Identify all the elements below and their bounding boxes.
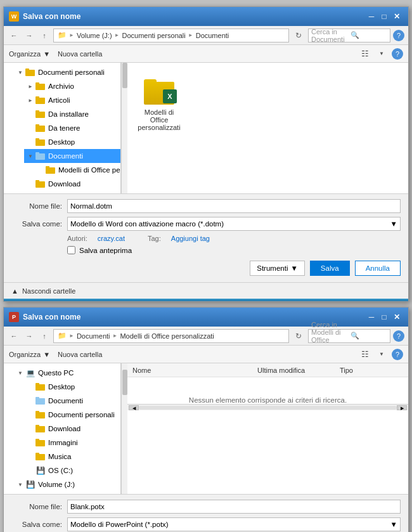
dialog1-new-folder-btn[interactable]: Nuova cartella bbox=[58, 45, 102, 62]
dialog1-refresh-btn[interactable]: ↻ bbox=[292, 29, 306, 42]
dialog2-up-btn[interactable]: ↑ bbox=[38, 330, 51, 342]
dialog2-address-bar[interactable]: 📁 ► Documenti ► Modelli di Office person… bbox=[53, 329, 289, 343]
dialog2-filename-input[interactable] bbox=[67, 500, 401, 514]
dialog2-search-box[interactable]: Cerca in Modelli di Office pers... 🔍 bbox=[308, 329, 390, 343]
dialog2-forward-btn[interactable]: → bbox=[23, 330, 35, 342]
dialog2-view-btn[interactable]: ☷ bbox=[359, 348, 371, 361]
dialog1-filename-label: Nome file: bbox=[11, 202, 62, 210]
dialog1-help-btn[interactable]: ? bbox=[393, 30, 404, 41]
dialog1-nav-bar: ← → ↑ 📁 ► Volume (J:) ► Documenti person… bbox=[4, 26, 408, 45]
sidebar-item-archivio[interactable]: ► Archivio bbox=[24, 79, 120, 93]
dialog2-sidebar-scrollbar[interactable] bbox=[121, 363, 127, 494]
col-date[interactable]: Ultima modifica bbox=[257, 367, 340, 374]
sidebar-label-questopc: Questo PC bbox=[38, 369, 74, 377]
dialog2-close-btn[interactable]: ✕ bbox=[390, 311, 403, 323]
dialog1-tags-value[interactable]: Aggiungi tag bbox=[171, 235, 210, 242]
dialog1-view-btn[interactable]: ☷ bbox=[359, 48, 371, 60]
sidebar-item-osc[interactable]: ► 💾 OS (C:) bbox=[24, 464, 120, 477]
dialog1-tools-label: Strumenti bbox=[257, 264, 288, 272]
tree-arrow-questopc: ▼ bbox=[16, 369, 24, 377]
dialog2-maximize-btn[interactable]: □ bbox=[378, 311, 390, 323]
dialog1-addr-part3: Documenti bbox=[196, 32, 229, 39]
dialog1-authors-value[interactable]: crazy.cat bbox=[98, 235, 125, 242]
sidebar-item-docpers2[interactable]: ► Documenti personali bbox=[24, 408, 120, 422]
dialog1-filetype-value: Modello di Word con attivazione macro (*… bbox=[70, 220, 224, 228]
dialog2-organize-btn[interactable]: Organizza ▼ bbox=[9, 346, 50, 363]
dialog1-help2-btn[interactable]: ? bbox=[392, 48, 403, 60]
folder-icon-docpers bbox=[25, 68, 35, 77]
dialog2-help-btn[interactable]: ? bbox=[393, 330, 404, 342]
sidebar-item-desktop2[interactable]: ► Desktop bbox=[24, 380, 120, 394]
dialog1-hide-folders-label: Nascondi cartelle bbox=[22, 287, 75, 295]
dialog1-title-icon: W bbox=[9, 11, 19, 22]
dialog1-btn-row: Strumenti ▼ Salva Annulla bbox=[11, 258, 401, 277]
sidebar-label-musica: Musica bbox=[48, 453, 71, 460]
dialog2-back-btn[interactable]: ← bbox=[8, 330, 20, 342]
dialog1-tools-btn[interactable]: Strumenti ▼ bbox=[250, 261, 305, 276]
dialog1-minimize-btn[interactable]: ─ bbox=[365, 10, 378, 23]
sidebar-item-documenti2[interactable]: ► Documenti bbox=[24, 394, 120, 408]
dialog2-content-wrapper: Nome Ultima modifica Tipo Nessun element… bbox=[127, 363, 408, 494]
dialog1-search-box[interactable]: Cerca in Documenti 🔍 bbox=[308, 29, 390, 42]
sidebar-label-volumej: Volume (J:) bbox=[38, 481, 75, 488]
col-type[interactable]: Tipo bbox=[340, 367, 403, 374]
dialog1-hide-folders[interactable]: ▲ Nascondi cartelle bbox=[4, 282, 408, 299]
dialog1-back-btn[interactable]: ← bbox=[8, 29, 20, 42]
dialog2-nav-bar: ← → ↑ 📁 ► Documenti ► Modelli di Office … bbox=[4, 327, 408, 346]
sidebar-item-articoli[interactable]: ► Articoli bbox=[24, 93, 120, 107]
dialog2-minimize-btn[interactable]: ─ bbox=[365, 311, 378, 323]
dialog2-addr-icon: 📁 bbox=[58, 332, 67, 340]
sidebar-item-download2[interactable]: ► Download bbox=[24, 422, 120, 436]
dialog1-authors-label: Autori: bbox=[67, 235, 87, 242]
folder-icon-docpers2 bbox=[35, 410, 46, 419]
sidebar-item-volumej[interactable]: ▼ 💾 Volume (J:) bbox=[14, 477, 120, 491]
dialog2-filename-label: Nome file: bbox=[11, 503, 62, 510]
dialog2-filetype-select[interactable]: Modello di PowerPoint (*.potx) ▼ bbox=[67, 517, 401, 531]
hscroll-track bbox=[139, 406, 397, 410]
dialog1-save-btn[interactable]: Salva bbox=[310, 261, 350, 276]
dialog2-refresh-btn[interactable]: ↻ bbox=[292, 329, 306, 343]
file-item-modelli[interactable]: X Modelli di Office personalizzati bbox=[134, 69, 184, 134]
dialog1-filename-input[interactable] bbox=[67, 199, 401, 213]
folder-icon-articoli bbox=[35, 96, 46, 105]
dialog2-new-folder-btn[interactable]: Nuova cartella bbox=[58, 346, 102, 363]
dialog1-close-btn[interactable]: ✕ bbox=[390, 10, 403, 23]
sidebar-item-modelli1[interactable]: ► Modelli di Office personal bbox=[34, 163, 120, 177]
svg-rect-17 bbox=[35, 180, 39, 183]
folder-icon-desktop1 bbox=[35, 138, 46, 146]
hscroll-left[interactable]: ◀ bbox=[129, 405, 139, 410]
dialog1-forward-btn[interactable]: → bbox=[23, 29, 35, 42]
dialog1-cancel-btn[interactable]: Annulla bbox=[355, 261, 401, 276]
sidebar-label-desktop1: Desktop bbox=[48, 138, 75, 146]
sidebar-item-datenere[interactable]: ► Da tenere bbox=[24, 121, 120, 135]
sidebar-item-dainstallare[interactable]: ► Da installare bbox=[24, 107, 120, 121]
dialog2-sidebar: ▼ 💻 Questo PC ► Desktop ► Documenti bbox=[4, 363, 121, 494]
sidebar-item-immagini[interactable]: ► Immagini bbox=[24, 436, 120, 450]
dialog2-filename-row: Nome file: bbox=[11, 500, 401, 514]
sidebar-label-immagini: Immagini bbox=[48, 439, 78, 446]
folder-icon-archivio bbox=[35, 82, 46, 91]
dialog1-sidebar-scrollbar[interactable] bbox=[121, 63, 127, 193]
dialog1-checkbox-row: Salva anteprima bbox=[11, 246, 401, 254]
dialog1-preview-checkbox[interactable] bbox=[67, 246, 75, 254]
dialog1-organize-btn[interactable]: Organizza ▼ bbox=[9, 45, 50, 62]
sidebar-item-musica[interactable]: ► Musica bbox=[24, 450, 120, 464]
dialog2-empty-message: Nessun elemento corrisponde ai criteri d… bbox=[189, 396, 347, 404]
dialog1-view-chevron: ▼ bbox=[379, 51, 384, 56]
dialog1-filetype-select[interactable]: Modello di Word con attivazione macro (*… bbox=[67, 217, 401, 231]
dialog1-up-btn[interactable]: ↑ bbox=[38, 29, 51, 42]
dialog1-sidebar: ▼ Documenti personali ► Archivio ► bbox=[4, 63, 121, 193]
dialog1-hide-folders-arrow: ▲ bbox=[11, 287, 18, 295]
sidebar-label-datenere: Da tenere bbox=[48, 124, 80, 132]
sidebar-item-questopc[interactable]: ▼ 💻 Questo PC bbox=[14, 366, 120, 380]
dialog1-maximize-btn[interactable]: □ bbox=[378, 10, 390, 23]
dialog1-address-bar[interactable]: 📁 ► Volume (J:) ► Documenti personali ► … bbox=[53, 29, 289, 42]
sidebar-item-docpers[interactable]: ▼ Documenti personali bbox=[14, 65, 120, 79]
dialog2-hscrollbar[interactable]: ◀ ▶ bbox=[127, 404, 408, 410]
col-name[interactable]: Nome bbox=[132, 367, 257, 374]
sidebar-item-download1[interactable]: ► Download bbox=[24, 177, 120, 191]
dialog2-help2-btn[interactable]: ? bbox=[392, 349, 403, 360]
sidebar-item-desktop1[interactable]: ► Desktop bbox=[24, 135, 120, 149]
sidebar-item-documenti1[interactable]: ▼ Documenti bbox=[24, 149, 120, 163]
hscroll-right[interactable]: ▶ bbox=[397, 405, 407, 410]
